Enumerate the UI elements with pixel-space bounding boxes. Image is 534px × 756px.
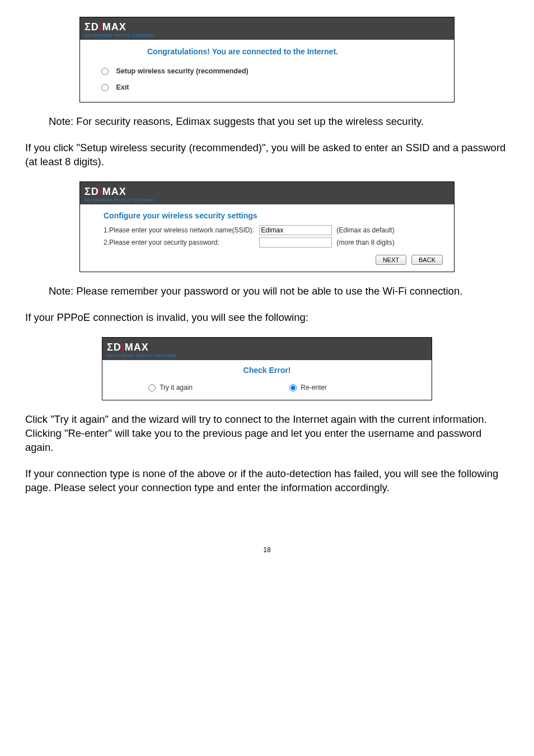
brand-bar: ΣDiMAX NETWORKING PEOPLE TOGETHER [80,17,454,40]
password-note: (more than 8 digits) [334,236,448,249]
congrats-heading: Congratulations! You are connected to th… [86,44,448,63]
password-input[interactable] [259,237,332,248]
reenter-label: Re-enter [301,384,327,391]
brand-bar: ΣDiMAX NETWORKING PEOPLE TOGETHER [102,338,432,360]
panel-body: Congratulations! You are connected to th… [80,40,454,102]
brand-logo: ΣDiMAX [85,20,127,34]
brand-logo: ΣDiMAX [85,185,127,199]
logo-prefix: ΣD [85,186,99,197]
setup-security-option[interactable]: Setup wireless security (recommended) [86,63,448,80]
password-label: 2.Please enter your security password: [86,236,257,249]
error-options: Try it again Re-enter [102,380,432,398]
try-again-option[interactable]: Try it again [104,382,266,394]
exit-label: Exit [116,83,129,91]
para-pppoe-invalid: If your PPPoE connection is invalid, you… [25,311,509,325]
brand-tagline: NETWORKING PEOPLE TOGETHER [107,353,427,359]
check-error-heading: Check Error! [102,362,432,380]
setup-security-label: Setup wireless security (recommended) [116,67,248,75]
logo-prefix: ΣD [85,21,99,32]
check-error-panel: ΣDiMAX NETWORKING PEOPLE TOGETHER Check … [102,337,432,400]
logo-suffix: MAX [125,342,149,353]
setup-security-radio[interactable] [101,68,109,75]
next-button[interactable]: NEXT [376,255,406,265]
para-try-again: Click "Try it again" and the wizard will… [25,413,509,455]
brand-bar: ΣDiMAX NETWORKING PEOPLE TOGETHER [80,182,454,204]
try-again-label: Try it again [160,384,193,391]
ssid-input[interactable] [259,225,332,235]
reenter-option[interactable]: Re-enter [267,382,430,394]
logo-suffix: MAX [102,21,127,32]
settings-table: 1.Please enter your wireless network nam… [86,224,448,249]
ssid-note: (Edimax as default) [334,224,448,236]
exit-radio[interactable] [101,84,109,91]
logo-suffix: MAX [102,186,127,197]
table-row: 1.Please enter your wireless network nam… [86,224,448,236]
logo-prefix: ΣD [107,342,121,353]
brand-logo: ΣDiMAX [107,340,149,354]
ssid-label: 1.Please enter your wireless network nam… [86,224,257,236]
exit-option[interactable]: Exit [86,80,448,96]
reenter-radio[interactable] [289,384,297,391]
panel-body: Configure your wireless security setting… [80,204,454,272]
button-row: NEXT BACK [86,249,448,269]
table-row: 2.Please enter your security password: (… [86,236,448,249]
brand-tagline: NETWORKING PEOPLE TOGETHER [85,198,449,203]
wireless-settings-panel: ΣDiMAX NETWORKING PEOPLE TOGETHER Config… [79,181,455,273]
page-number: 18 [25,545,509,555]
back-button[interactable]: BACK [411,255,443,265]
para-setup-ssid: If you click "Setup wireless security (r… [25,141,509,169]
note-remember-password: Note: Please remember your password or y… [25,284,509,298]
congrats-panel: ΣDiMAX NETWORKING PEOPLE TOGETHER Congra… [79,17,455,102]
para-connection-type: If your connection type is none of the a… [25,467,509,495]
note-security: Note: For security reasons, Edimax sugge… [25,115,509,129]
configure-heading: Configure your wireless security setting… [86,209,448,223]
brand-tagline: NETWORKING PEOPLE TOGETHER [85,33,449,39]
panel-body: Check Error! Try it again Re-enter [102,360,432,399]
try-again-radio[interactable] [148,384,156,391]
